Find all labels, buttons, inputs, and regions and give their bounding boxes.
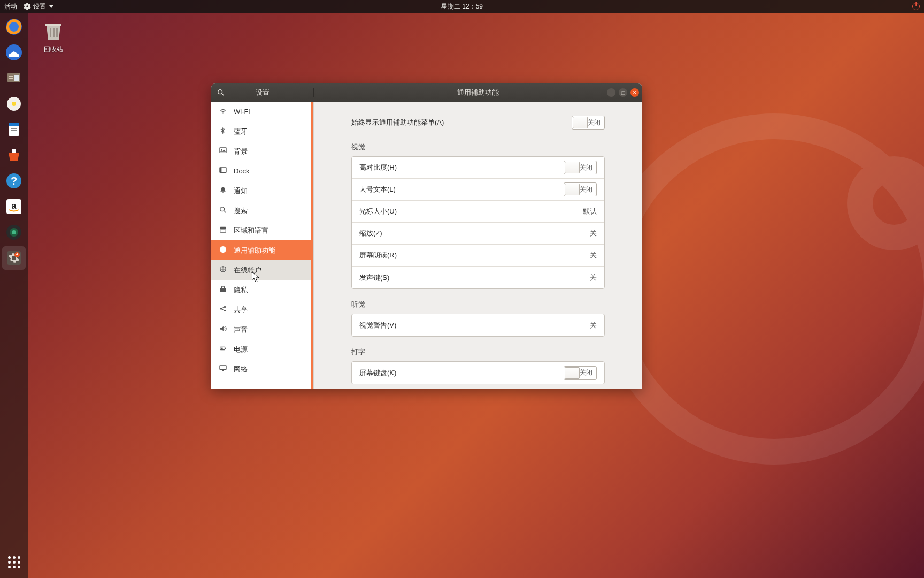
sidebar-item-search[interactable]: 搜索	[211, 201, 313, 220]
svg-rect-28	[56, 28, 58, 37]
svg-rect-38	[220, 230, 226, 232]
svg-rect-14	[11, 130, 17, 131]
section-heading: 打字	[351, 347, 605, 357]
sidebar-item-label: Wi-Fi	[234, 108, 250, 116]
dock-thunderbird[interactable]	[2, 41, 26, 64]
bluetooth-icon	[219, 127, 227, 136]
activities-button[interactable]: 活动	[4, 2, 17, 11]
svg-point-29	[218, 90, 222, 94]
maximize-button[interactable]: ▢	[619, 88, 627, 97]
settings-content: 始终显示通用辅助功能菜单(A) 关闭 视觉高对比度(H)关闭大号文本(L)关闭光…	[314, 102, 642, 389]
svg-line-36	[224, 211, 226, 213]
toggle-switch[interactable]: 关闭	[564, 161, 597, 174]
settings-group: 视觉警告(V)关	[351, 314, 605, 337]
dock-software[interactable]	[2, 143, 26, 167]
svg-rect-42	[221, 288, 226, 292]
sidebar-item-wifi[interactable]: Wi-Fi	[211, 102, 313, 121]
settings-icon	[24, 3, 31, 10]
dock-icon	[219, 166, 227, 176]
setting-label: 发声键(S)	[359, 273, 590, 283]
search-icon	[217, 89, 225, 96]
svg-point-44	[224, 306, 226, 308]
setting-row[interactable]: 发声键(S)关	[352, 267, 604, 288]
privacy-icon	[219, 285, 227, 294]
dock-settings[interactable]	[2, 246, 26, 270]
always-show-menu-switch[interactable]: 关闭	[572, 116, 605, 130]
svg-rect-27	[53, 28, 55, 37]
chevron-down-icon	[49, 5, 53, 8]
dock-camera[interactable]	[2, 220, 26, 244]
dock-files[interactable]	[2, 66, 26, 90]
setting-row[interactable]: 光标大小(U)默认	[352, 201, 604, 223]
svg-rect-34	[220, 168, 222, 173]
minimize-button[interactable]: ─	[607, 88, 615, 97]
setting-row[interactable]: 视觉警告(V)关	[352, 314, 604, 336]
dock-amazon[interactable]: a	[2, 195, 26, 218]
setting-row[interactable]: 屏幕朗读(R)关	[352, 245, 604, 267]
sidebar-item-network[interactable]: 网络	[211, 359, 313, 379]
sidebar-item-label: 声音	[234, 325, 248, 334]
wifi-icon	[219, 107, 227, 116]
sidebar-item-sound[interactable]: 声音	[211, 320, 313, 339]
clock[interactable]: 星期二 12：59	[441, 2, 483, 11]
sidebar-item-dock[interactable]: Dock	[211, 161, 313, 181]
sidebar-item-label: 网络	[234, 364, 248, 374]
sidebar-item-power[interactable]: 电源	[211, 339, 313, 359]
sidebar-item-share[interactable]: 共享	[211, 300, 313, 320]
setting-label: 视觉警告(V)	[359, 321, 590, 330]
sidebar-item-a11y[interactable]: 通用辅助功能	[211, 240, 313, 260]
dock-help[interactable]: ?	[2, 169, 26, 193]
sidebar-item-privacy[interactable]: 隐私	[211, 280, 313, 300]
setting-row[interactable]: 缩放(Z)关	[352, 223, 604, 245]
svg-rect-49	[220, 366, 226, 370]
setting-label: 屏幕键盘(K)	[359, 368, 564, 378]
settings-sidebar: Wi-Fi蓝牙背景Dock通知搜索区域和语言通用辅助功能在线帐户隐私共享声音电源…	[211, 102, 314, 389]
sidebar-item-label: 共享	[234, 305, 248, 315]
show-applications-button[interactable]	[2, 550, 26, 574]
svg-rect-47	[225, 348, 226, 349]
svg-rect-26	[50, 28, 51, 37]
sidebar-item-bluetooth[interactable]: 蓝牙	[211, 121, 313, 141]
svg-rect-12	[9, 123, 19, 126]
svg-point-32	[221, 149, 222, 150]
dock-rhythmbox[interactable]	[2, 92, 26, 116]
titlebar[interactable]: 设置 通用辅助功能 ─ ▢ ✕	[211, 83, 642, 102]
desktop-trash[interactable]: 回收站	[43, 20, 64, 54]
toggle-switch[interactable]: 关闭	[564, 366, 597, 380]
dock-firefox[interactable]	[2, 15, 26, 39]
region-icon	[219, 226, 227, 235]
setting-label: 高对比度(H)	[359, 163, 564, 172]
settings-window: 设置 通用辅助功能 ─ ▢ ✕ Wi-Fi蓝牙背景Dock通知搜索区域和语言通用…	[211, 83, 642, 389]
svg-rect-25	[45, 24, 61, 26]
grid-icon	[8, 556, 20, 568]
sidebar-item-background[interactable]: 背景	[211, 141, 313, 161]
network-icon	[219, 364, 227, 374]
bell-icon	[219, 186, 227, 195]
sidebar-item-region[interactable]: 区域和语言	[211, 220, 313, 240]
svg-rect-15	[12, 149, 16, 153]
setting-row: 大号文本(L)关闭	[352, 179, 604, 201]
toggle-switch[interactable]: 关闭	[564, 182, 597, 196]
setting-label: 光标大小(U)	[359, 207, 583, 216]
share-icon	[219, 305, 227, 314]
close-button[interactable]: ✕	[630, 88, 639, 97]
settings-group: 高对比度(H)关闭大号文本(L)关闭光标大小(U)默认缩放(Z)关屏幕朗读(R)…	[351, 156, 605, 289]
dock-writer[interactable]	[2, 118, 26, 141]
sidebar-item-label: 背景	[234, 147, 248, 156]
setting-value: 关	[590, 250, 597, 260]
a11y-icon	[219, 246, 227, 255]
app-menu[interactable]: 设置	[24, 2, 53, 11]
section-heading: 听觉	[351, 300, 605, 309]
setting-label: 屏幕朗读(R)	[359, 250, 590, 260]
sidebar-item-bell[interactable]: 通知	[211, 181, 313, 201]
system-menu[interactable]	[912, 3, 920, 10]
content-title: 通用辅助功能	[314, 88, 642, 97]
search-button[interactable]	[211, 83, 230, 102]
sound-icon	[219, 325, 227, 334]
settings-group: 屏幕键盘(K)关闭	[351, 361, 605, 384]
sidebar-item-label: 通知	[234, 186, 248, 196]
svg-point-40	[222, 247, 224, 248]
power-icon	[219, 345, 227, 354]
sidebar-item-accounts[interactable]: 在线帐户	[211, 260, 313, 280]
app-menu-label: 设置	[33, 2, 46, 11]
